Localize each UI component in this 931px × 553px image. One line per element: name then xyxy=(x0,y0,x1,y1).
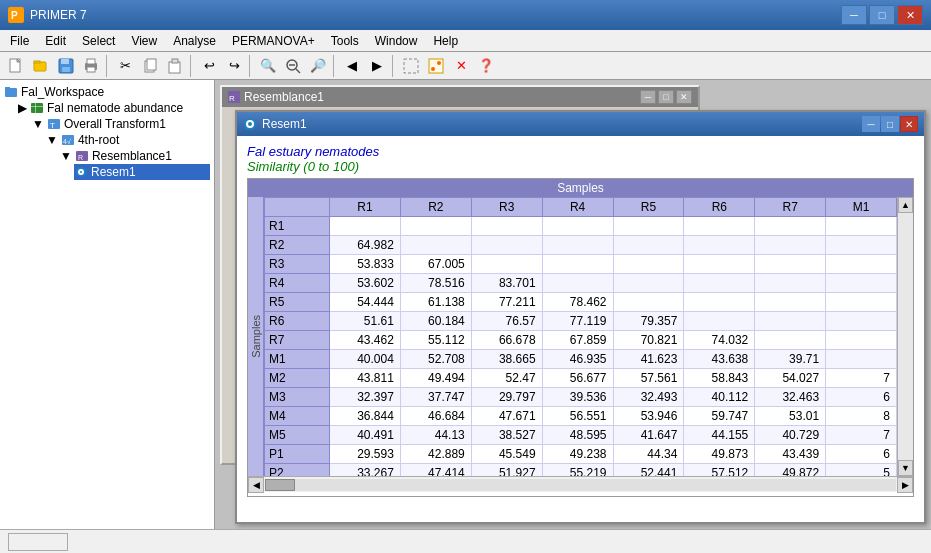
resem1-label: Resem1 xyxy=(91,165,136,179)
help-button[interactable]: ❓ xyxy=(474,55,498,77)
scroll-left-btn[interactable]: ◀ xyxy=(248,477,264,493)
workspace-label: Fal_Workspace xyxy=(21,85,104,99)
maximize-button[interactable]: □ xyxy=(869,5,895,25)
menu-tools[interactable]: Tools xyxy=(323,30,367,51)
transform-icon: T xyxy=(47,117,61,131)
table-row: R264.982 xyxy=(265,236,897,255)
bg-min-btn[interactable]: ─ xyxy=(640,90,656,104)
content-area: R Resemblance1 ─ □ ✕ Resem1 ─ □ xyxy=(215,80,931,529)
expand-icon2: ▼ xyxy=(32,117,44,131)
cell-13-5: 57.512 xyxy=(684,464,755,477)
row-label-r4: R4 xyxy=(265,274,330,293)
cell-10-1: 46.684 xyxy=(400,407,471,426)
tree-4th-root[interactable]: ▼ 4√ 4th-root xyxy=(46,132,210,148)
cell-13-7: 5 xyxy=(826,464,897,477)
cell-2-3 xyxy=(542,255,613,274)
menu-file[interactable]: File xyxy=(2,30,37,51)
undo-button[interactable]: ↩ xyxy=(197,55,221,77)
window-body: Fal estuary nematodes Similarity (0 to 1… xyxy=(237,136,924,522)
paste-button[interactable] xyxy=(163,55,187,77)
bg-max-btn[interactable]: □ xyxy=(658,90,674,104)
expand-icon: ▶ xyxy=(18,101,27,115)
cell-9-5: 40.112 xyxy=(684,388,755,407)
active-window-titlebar: Resem1 ─ □ ✕ xyxy=(237,112,924,136)
status-bar xyxy=(0,529,931,553)
svg-rect-26 xyxy=(35,103,36,113)
table-scroll-area[interactable]: R1 R2 R3 R4 R5 R6 R7 M1 xyxy=(264,197,897,476)
active-window: Resem1 ─ □ ✕ Fal estuary nematodes Simil… xyxy=(235,110,926,524)
zoom-out-button[interactable] xyxy=(281,55,305,77)
cell-2-4 xyxy=(613,255,684,274)
save-button[interactable] xyxy=(54,55,78,77)
cell-6-3: 67.859 xyxy=(542,331,613,350)
print-button[interactable] xyxy=(79,55,103,77)
select-button[interactable] xyxy=(399,55,423,77)
close-button[interactable]: ✕ xyxy=(897,5,923,25)
bg-close-btn[interactable]: ✕ xyxy=(676,90,692,104)
stop-button[interactable]: ✕ xyxy=(449,55,473,77)
tree-fal-nematode[interactable]: ▶ Fal nematode abundance xyxy=(18,100,210,116)
tree-resem1[interactable]: Resem1 xyxy=(74,164,210,180)
cell-3-6 xyxy=(755,274,826,293)
svg-text:4√: 4√ xyxy=(63,138,71,145)
menu-window[interactable]: Window xyxy=(367,30,426,51)
scroll-right-btn[interactable]: ▶ xyxy=(897,477,913,493)
cell-12-0: 29.593 xyxy=(330,445,401,464)
aw-max-btn[interactable]: □ xyxy=(881,116,899,132)
redo-button[interactable]: ↪ xyxy=(222,55,246,77)
scroll-thumb-h[interactable] xyxy=(265,479,295,491)
menu-view[interactable]: View xyxy=(123,30,165,51)
minimize-button[interactable]: ─ xyxy=(841,5,867,25)
toolbar-sep1 xyxy=(106,55,110,77)
tree-resemblance1[interactable]: ▼ R Resemblance1 xyxy=(60,148,210,164)
menu-help[interactable]: Help xyxy=(425,30,466,51)
col-r6: R6 xyxy=(684,198,755,217)
row-label-r3: R3 xyxy=(265,255,330,274)
menu-permanova[interactable]: PERMANOVA+ xyxy=(224,30,323,51)
cell-12-7: 6 xyxy=(826,445,897,464)
plot-button[interactable] xyxy=(424,55,448,77)
tree-workspace[interactable]: Fal_Workspace xyxy=(4,84,210,100)
zoom-fit-button[interactable]: 🔎 xyxy=(306,55,330,77)
toolbar: ✂ ↩ ↪ 🔍 🔎 ◀ ▶ ✕ ❓ xyxy=(0,52,931,80)
aw-close-btn[interactable]: ✕ xyxy=(900,116,918,132)
row-label-m2: M2 xyxy=(265,369,330,388)
cell-7-0: 40.004 xyxy=(330,350,401,369)
cell-1-7 xyxy=(826,236,897,255)
scroll-up-btn[interactable]: ▲ xyxy=(898,197,913,213)
cell-7-4: 41.623 xyxy=(613,350,684,369)
svg-rect-18 xyxy=(404,59,418,73)
aw-min-btn[interactable]: ─ xyxy=(862,116,880,132)
row-label-r2: R2 xyxy=(265,236,330,255)
vertical-scrollbar[interactable]: ▲ ▼ xyxy=(897,197,913,476)
open-button[interactable] xyxy=(29,55,53,77)
zoom-in-button[interactable]: 🔍 xyxy=(256,55,280,77)
cell-9-4: 32.493 xyxy=(613,388,684,407)
cell-3-4 xyxy=(613,274,684,293)
new-button[interactable] xyxy=(4,55,28,77)
svg-rect-14 xyxy=(172,59,178,63)
col-m1: M1 xyxy=(826,198,897,217)
tree-level4: ▼ R Resemblance1 Resem1 xyxy=(60,148,210,180)
col-r2: R2 xyxy=(400,198,471,217)
next-button[interactable]: ▶ xyxy=(365,55,389,77)
cut-button[interactable]: ✂ xyxy=(113,55,137,77)
menu-select[interactable]: Select xyxy=(74,30,123,51)
horizontal-scrollbar[interactable]: ◀ ▶ xyxy=(248,476,913,492)
samples-vertical-label: Samples xyxy=(248,197,264,476)
menu-edit[interactable]: Edit xyxy=(37,30,74,51)
menu-analyse[interactable]: Analyse xyxy=(165,30,224,51)
root-icon: 4√ xyxy=(61,133,75,147)
copy-button[interactable] xyxy=(138,55,162,77)
cell-11-1: 44.13 xyxy=(400,426,471,445)
scroll-down-btn[interactable]: ▼ xyxy=(898,460,913,476)
cell-5-5 xyxy=(684,312,755,331)
resem1-window-icon xyxy=(243,117,257,131)
active-window-title: Resem1 xyxy=(262,117,307,131)
window-subtitle1: Fal estuary nematodes xyxy=(247,144,914,159)
row-label-m4: M4 xyxy=(265,407,330,426)
prev-button[interactable]: ◀ xyxy=(340,55,364,77)
cell-4-2: 77.211 xyxy=(471,293,542,312)
tree-overall-transform[interactable]: ▼ T Overall Transform1 xyxy=(32,116,210,132)
resemblance1-label: Resemblance1 xyxy=(92,149,172,163)
